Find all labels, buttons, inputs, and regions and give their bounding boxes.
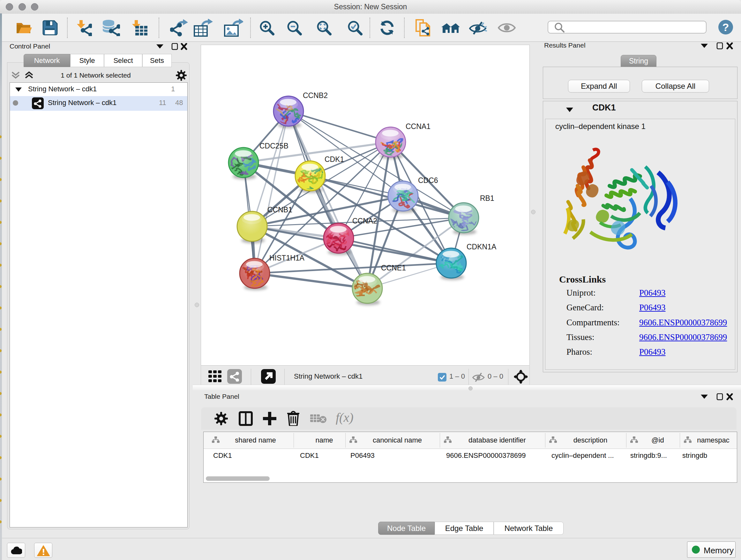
svg-text:CCNA2: CCNA2 <box>352 217 377 225</box>
svg-text:CDK1: CDK1 <box>325 155 344 164</box>
svg-text:CCNE1: CCNE1 <box>381 264 406 272</box>
svg-text:CCNB2: CCNB2 <box>303 91 328 100</box>
svg-text:RB1: RB1 <box>480 194 494 202</box>
svg-text:CCNA1: CCNA1 <box>406 122 430 131</box>
svg-text:HIST1H1A: HIST1H1A <box>269 254 305 262</box>
svg-text:CDC6: CDC6 <box>418 176 438 185</box>
svg-text:CCNB1: CCNB1 <box>267 206 292 214</box>
svg-text:CDC25B: CDC25B <box>259 142 288 150</box>
svg-text:CDKN1A: CDKN1A <box>467 243 496 251</box>
